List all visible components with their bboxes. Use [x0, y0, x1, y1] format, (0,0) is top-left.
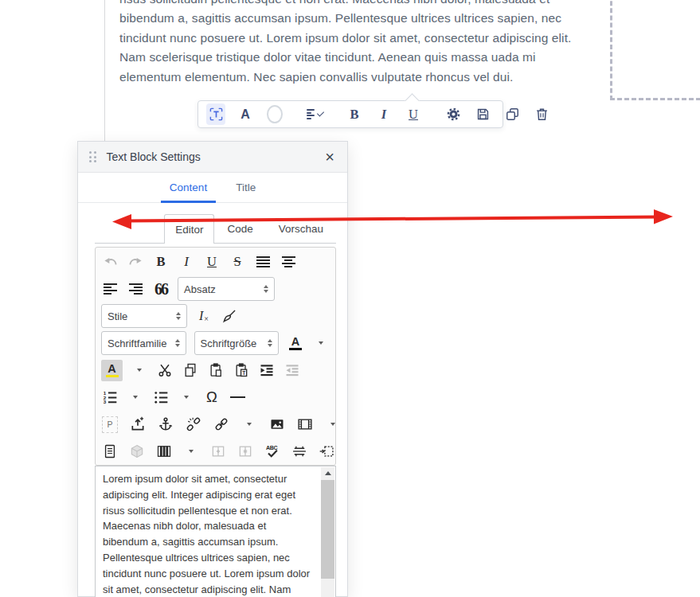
outdent-button[interactable]	[284, 359, 301, 381]
text-color-button[interactable]: A	[287, 332, 304, 354]
tab-title[interactable]: Title	[234, 173, 257, 202]
redo-button[interactable]	[127, 251, 144, 273]
editor-content-text[interactable]: Lorem ipsum dolor sit amet, consectetur …	[96, 466, 321, 597]
page-break-button[interactable]	[291, 440, 308, 462]
align-right-button[interactable]	[127, 278, 144, 300]
circle-icon	[267, 105, 283, 123]
insert-block-button[interactable]	[318, 440, 335, 462]
upload-button[interactable]	[129, 413, 147, 435]
panel-title: Text Block Settings	[107, 150, 201, 163]
caret-down-icon	[137, 369, 142, 372]
settings-button[interactable]	[444, 103, 463, 125]
link-button[interactable]	[213, 413, 230, 435]
close-button[interactable]: ×	[323, 149, 336, 165]
drag-handle-icon[interactable]	[89, 151, 96, 162]
paste-icon	[208, 362, 224, 378]
svg-text:3: 3	[104, 399, 107, 404]
columns-dropdown-button[interactable]	[182, 440, 200, 462]
spellcheck-button[interactable]: ABC	[264, 440, 281, 462]
underline-icon: U	[409, 107, 418, 123]
page-text-block[interactable]: risus sollicitudin pellentesque et non e…	[119, 0, 588, 87]
media-icon	[297, 416, 313, 432]
numbered-list-dropdown-button[interactable]	[127, 386, 144, 408]
save-icon	[475, 107, 491, 122]
anchor-button[interactable]	[157, 413, 174, 435]
italic-button[interactable]: I	[178, 251, 195, 273]
duplicate-button[interactable]	[503, 103, 522, 125]
clear-formatting-icon: I×	[199, 309, 209, 323]
object-button[interactable]	[128, 440, 146, 462]
tab-content[interactable]: Content	[168, 173, 209, 202]
outdent-icon	[284, 362, 300, 378]
horizontal-rule-button[interactable]	[229, 386, 246, 408]
paragraph-marks-button[interactable]: P	[101, 413, 119, 435]
cut-button[interactable]	[156, 359, 174, 381]
media-dropdown-button[interactable]	[324, 413, 342, 435]
paragraph-format-value: Absatz	[184, 283, 216, 295]
scrollbar[interactable]	[321, 467, 334, 597]
unlink-button[interactable]	[185, 413, 202, 435]
media-button[interactable]	[296, 413, 314, 435]
cleanup-button[interactable]	[221, 305, 238, 327]
align-left-icon	[307, 109, 315, 119]
document-button[interactable]	[101, 440, 119, 462]
bold-button[interactable]: B	[345, 103, 364, 125]
columns-button[interactable]	[155, 440, 173, 462]
toolbar-row-4: Schriftfamilie Schriftgröße A	[96, 330, 335, 357]
image-button[interactable]	[268, 413, 286, 435]
font-size-select[interactable]: Schriftgröße	[194, 331, 280, 355]
tab-code[interactable]: Code	[214, 214, 265, 244]
align-left-button[interactable]	[101, 278, 119, 300]
highlight-dropdown-button[interactable]	[131, 359, 148, 381]
delete-button[interactable]	[532, 103, 551, 125]
tab-vorschau[interactable]: Vorschau	[266, 214, 336, 244]
document-icon	[102, 443, 118, 459]
paste-as-text-button[interactable]: T	[233, 359, 250, 381]
paragraph-format-select[interactable]: Absatz	[178, 277, 275, 301]
numbered-list-button[interactable]: 1 2 3	[101, 386, 119, 408]
toolbar-row-3: Stile I×	[96, 302, 335, 330]
text-color-dropdown-button[interactable]	[312, 332, 330, 354]
toolbar-row-1: B I U S	[96, 248, 335, 275]
column-settings-button[interactable]	[237, 440, 254, 462]
blockquote-button[interactable]: 66	[152, 278, 170, 300]
scrollbar-thumb[interactable]	[321, 480, 334, 579]
save-button[interactable]	[473, 103, 492, 125]
bullet-list-dropdown-button[interactable]	[178, 386, 195, 408]
strikethrough-button[interactable]: S	[229, 251, 246, 273]
copy-button[interactable]	[182, 359, 199, 381]
bullet-list-button[interactable]	[152, 386, 170, 408]
special-character-button[interactable]: Ω	[203, 386, 221, 408]
italic-button[interactable]: I	[374, 103, 393, 125]
block-toolbar: A B I U	[197, 100, 503, 128]
add-column-button[interactable]	[209, 440, 227, 462]
indent-button[interactable]	[258, 359, 276, 381]
svg-text:T: T	[242, 370, 245, 376]
text-block-type-button[interactable]	[206, 103, 225, 125]
anchor-icon	[158, 416, 174, 432]
underline-button[interactable]: U	[203, 251, 221, 273]
bold-button[interactable]: B	[152, 251, 170, 273]
text-color-button[interactable]: A	[236, 103, 255, 125]
align-justify-button[interactable]	[254, 251, 272, 273]
paste-button[interactable]	[207, 359, 225, 381]
tab-editor[interactable]: Editor	[164, 214, 214, 244]
column-plus-icon	[210, 443, 226, 459]
align-center-button[interactable]	[280, 251, 297, 273]
underline-icon: U	[207, 254, 217, 270]
editor-content-area[interactable]: Lorem ipsum dolor sit amet, consectetur …	[95, 466, 336, 597]
highlight-color-button[interactable]: A	[101, 360, 123, 381]
caret-down-icon	[247, 423, 252, 426]
background-color-button[interactable]	[265, 103, 284, 125]
styles-select[interactable]: Stile	[101, 304, 187, 328]
caret-down-icon	[319, 341, 323, 345]
redo-icon	[128, 255, 143, 270]
clear-formatting-button[interactable]: I×	[195, 305, 213, 327]
font-family-select[interactable]: Schriftfamilie	[101, 331, 186, 355]
caret-down-icon	[133, 396, 138, 399]
align-justify-icon	[256, 256, 270, 268]
alignment-dropdown-button[interactable]	[305, 103, 324, 125]
scroll-up-button[interactable]	[321, 467, 334, 479]
link-dropdown-button[interactable]	[241, 413, 258, 435]
undo-button[interactable]	[101, 251, 119, 273]
